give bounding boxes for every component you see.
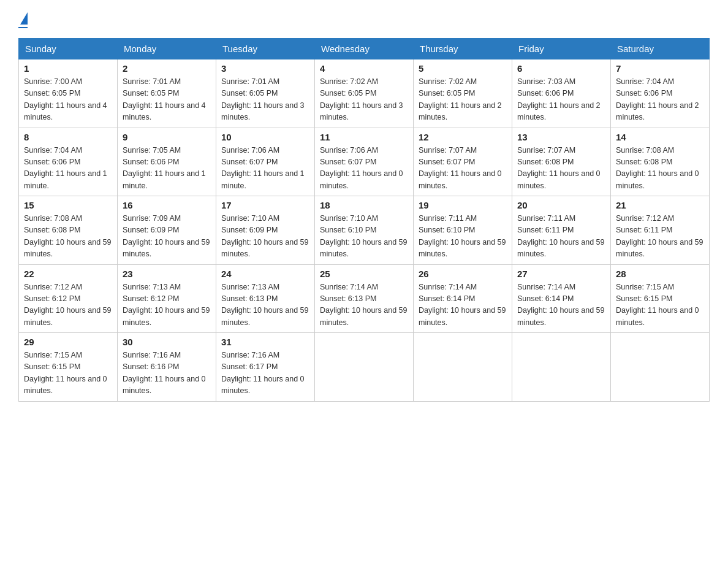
logo-triangle-icon (20, 12, 28, 25)
calendar-day-cell (414, 333, 512, 402)
day-info: Sunrise: 7:12 AMSunset: 6:12 PMDaylight:… (24, 283, 111, 327)
day-number: 29 (24, 337, 112, 347)
day-info: Sunrise: 7:09 AMSunset: 6:09 PMDaylight:… (123, 214, 210, 258)
calendar-day-cell: 22 Sunrise: 7:12 AMSunset: 6:12 PMDaylig… (19, 264, 118, 333)
header-monday: Monday (118, 39, 216, 59)
calendar-day-cell: 14 Sunrise: 7:08 AMSunset: 6:08 PMDaylig… (611, 128, 710, 196)
calendar-day-cell (512, 333, 611, 402)
calendar-day-cell: 31 Sunrise: 7:16 AMSunset: 6:17 PMDaylig… (216, 333, 315, 402)
calendar-day-cell: 26 Sunrise: 7:14 AMSunset: 6:14 PMDaylig… (414, 264, 512, 333)
day-info: Sunrise: 7:11 AMSunset: 6:10 PMDaylight:… (419, 214, 506, 258)
day-info: Sunrise: 7:01 AMSunset: 6:05 PMDaylight:… (123, 77, 206, 121)
day-info: Sunrise: 7:04 AMSunset: 6:06 PMDaylight:… (24, 146, 107, 190)
calendar-day-cell: 9 Sunrise: 7:05 AMSunset: 6:06 PMDayligh… (118, 128, 216, 196)
header-saturday: Saturday (611, 39, 710, 59)
day-info: Sunrise: 7:01 AMSunset: 6:05 PMDaylight:… (221, 77, 305, 121)
day-number: 18 (320, 200, 408, 210)
day-number: 17 (221, 200, 309, 210)
day-number: 22 (24, 269, 112, 279)
day-info: Sunrise: 7:14 AMSunset: 6:14 PMDaylight:… (419, 283, 506, 327)
calendar-day-cell (315, 333, 414, 402)
day-number: 21 (616, 200, 704, 210)
calendar-day-cell: 29 Sunrise: 7:15 AMSunset: 6:15 PMDaylig… (19, 333, 118, 402)
day-number: 15 (24, 200, 112, 210)
day-info: Sunrise: 7:06 AMSunset: 6:07 PMDaylight:… (221, 146, 305, 190)
calendar-header-row: SundayMondayTuesdayWednesdayThursdayFrid… (19, 39, 710, 59)
day-info: Sunrise: 7:11 AMSunset: 6:11 PMDaylight:… (517, 214, 604, 258)
day-number: 30 (123, 337, 211, 347)
calendar-day-cell: 19 Sunrise: 7:11 AMSunset: 6:10 PMDaylig… (414, 196, 512, 265)
day-info: Sunrise: 7:13 AMSunset: 6:13 PMDaylight:… (221, 283, 308, 327)
day-info: Sunrise: 7:14 AMSunset: 6:13 PMDaylight:… (320, 283, 407, 327)
day-number: 5 (419, 63, 507, 74)
calendar-day-cell: 30 Sunrise: 7:16 AMSunset: 6:16 PMDaylig… (118, 333, 216, 402)
calendar-day-cell: 3 Sunrise: 7:01 AMSunset: 6:05 PMDayligh… (216, 59, 315, 128)
day-number: 16 (123, 200, 211, 210)
day-number: 10 (221, 132, 309, 142)
day-info: Sunrise: 7:02 AMSunset: 6:05 PMDaylight:… (419, 77, 502, 121)
calendar-table: SundayMondayTuesdayWednesdayThursdayFrid… (18, 38, 710, 402)
calendar-day-cell: 8 Sunrise: 7:04 AMSunset: 6:06 PMDayligh… (19, 128, 118, 196)
header-wednesday: Wednesday (315, 39, 414, 59)
day-info: Sunrise: 7:15 AMSunset: 6:15 PMDaylight:… (24, 351, 107, 395)
day-number: 11 (320, 132, 408, 142)
day-info: Sunrise: 7:10 AMSunset: 6:10 PMDaylight:… (320, 214, 407, 258)
day-number: 2 (123, 63, 211, 74)
day-number: 1 (24, 63, 112, 74)
calendar-day-cell: 17 Sunrise: 7:10 AMSunset: 6:09 PMDaylig… (216, 196, 315, 265)
day-number: 8 (24, 132, 112, 142)
calendar-week-row: 22 Sunrise: 7:12 AMSunset: 6:12 PMDaylig… (19, 264, 710, 333)
day-info: Sunrise: 7:15 AMSunset: 6:15 PMDaylight:… (616, 283, 699, 327)
day-info: Sunrise: 7:10 AMSunset: 6:09 PMDaylight:… (221, 214, 308, 258)
day-info: Sunrise: 7:16 AMSunset: 6:16 PMDaylight:… (123, 351, 206, 395)
calendar-day-cell: 27 Sunrise: 7:14 AMSunset: 6:14 PMDaylig… (512, 264, 611, 333)
day-number: 19 (419, 200, 507, 210)
logo (18, 12, 28, 28)
day-info: Sunrise: 7:00 AMSunset: 6:05 PMDaylight:… (24, 77, 107, 121)
day-number: 24 (221, 269, 309, 279)
calendar-week-row: 1 Sunrise: 7:00 AMSunset: 6:05 PMDayligh… (19, 59, 710, 128)
header-thursday: Thursday (414, 39, 512, 59)
day-number: 26 (419, 269, 507, 279)
day-info: Sunrise: 7:05 AMSunset: 6:06 PMDaylight:… (123, 146, 206, 190)
day-info: Sunrise: 7:12 AMSunset: 6:11 PMDaylight:… (616, 214, 703, 258)
day-number: 28 (616, 269, 704, 279)
day-number: 9 (123, 132, 211, 142)
calendar-week-row: 29 Sunrise: 7:15 AMSunset: 6:15 PMDaylig… (19, 333, 710, 402)
day-info: Sunrise: 7:08 AMSunset: 6:08 PMDaylight:… (616, 146, 699, 190)
day-number: 14 (616, 132, 704, 142)
calendar-day-cell: 16 Sunrise: 7:09 AMSunset: 6:09 PMDaylig… (118, 196, 216, 265)
calendar-day-cell: 10 Sunrise: 7:06 AMSunset: 6:07 PMDaylig… (216, 128, 315, 196)
header-sunday: Sunday (19, 39, 118, 59)
day-number: 13 (517, 132, 605, 142)
calendar-day-cell: 4 Sunrise: 7:02 AMSunset: 6:05 PMDayligh… (315, 59, 414, 128)
calendar-day-cell: 12 Sunrise: 7:07 AMSunset: 6:07 PMDaylig… (414, 128, 512, 196)
day-number: 23 (123, 269, 211, 279)
page-header (18, 12, 710, 28)
calendar-day-cell: 23 Sunrise: 7:13 AMSunset: 6:12 PMDaylig… (118, 264, 216, 333)
day-number: 7 (616, 63, 704, 74)
day-info: Sunrise: 7:04 AMSunset: 6:06 PMDaylight:… (616, 77, 699, 121)
calendar-day-cell: 11 Sunrise: 7:06 AMSunset: 6:07 PMDaylig… (315, 128, 414, 196)
calendar-day-cell: 7 Sunrise: 7:04 AMSunset: 6:06 PMDayligh… (611, 59, 710, 128)
day-number: 31 (221, 337, 309, 347)
day-number: 20 (517, 200, 605, 210)
day-info: Sunrise: 7:16 AMSunset: 6:17 PMDaylight:… (221, 351, 305, 395)
calendar-day-cell (611, 333, 710, 402)
day-info: Sunrise: 7:07 AMSunset: 6:08 PMDaylight:… (517, 146, 601, 190)
calendar-week-row: 8 Sunrise: 7:04 AMSunset: 6:06 PMDayligh… (19, 128, 710, 196)
calendar-day-cell: 21 Sunrise: 7:12 AMSunset: 6:11 PMDaylig… (611, 196, 710, 265)
day-number: 25 (320, 269, 408, 279)
day-number: 27 (517, 269, 605, 279)
day-number: 12 (419, 132, 507, 142)
day-number: 3 (221, 63, 309, 74)
day-info: Sunrise: 7:02 AMSunset: 6:05 PMDaylight:… (320, 77, 403, 121)
calendar-day-cell: 24 Sunrise: 7:13 AMSunset: 6:13 PMDaylig… (216, 264, 315, 333)
day-number: 4 (320, 63, 408, 74)
calendar-day-cell: 25 Sunrise: 7:14 AMSunset: 6:13 PMDaylig… (315, 264, 414, 333)
day-info: Sunrise: 7:08 AMSunset: 6:08 PMDaylight:… (24, 214, 111, 258)
day-info: Sunrise: 7:03 AMSunset: 6:06 PMDaylight:… (517, 77, 601, 121)
day-info: Sunrise: 7:14 AMSunset: 6:14 PMDaylight:… (517, 283, 604, 327)
calendar-day-cell: 13 Sunrise: 7:07 AMSunset: 6:08 PMDaylig… (512, 128, 611, 196)
calendar-day-cell: 6 Sunrise: 7:03 AMSunset: 6:06 PMDayligh… (512, 59, 611, 128)
